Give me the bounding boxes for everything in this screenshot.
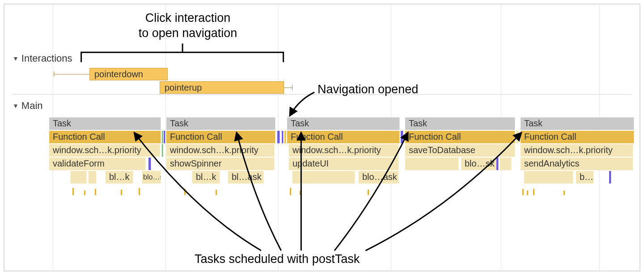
function-call-bar: Function Call <box>166 131 275 143</box>
flame-bar: validateForm <box>49 158 146 170</box>
task-bar: Task <box>49 117 161 130</box>
interaction-pointerdown: pointerdown <box>89 68 168 80</box>
function-call-bar: Function Call <box>521 131 634 143</box>
interaction-whisker-cap <box>292 85 292 90</box>
flame-bar <box>71 171 87 183</box>
flame-sliver <box>284 131 286 143</box>
flame-bar: saveToDatabase <box>405 144 515 157</box>
tick-row <box>521 184 634 195</box>
flame-bar: sendAnalytics <box>521 158 633 170</box>
flame-bar: b… <box>576 171 594 183</box>
function-call-bar: Function Call <box>49 131 161 143</box>
flame-bar: window.sch…k.priority <box>166 144 275 157</box>
task-bar: Task <box>287 117 400 130</box>
interaction-whisker <box>284 88 292 88</box>
tick-row <box>49 184 161 195</box>
flame-sliver <box>277 131 280 143</box>
function-call-bar: Function Call <box>405 131 515 143</box>
flame-bar: bl…ask <box>228 171 264 183</box>
main-label: Main <box>21 100 43 111</box>
tick-row <box>405 184 515 195</box>
tick-row <box>287 184 400 195</box>
interaction-whisker-cap <box>54 71 54 77</box>
annotation-text: Click interaction to open navigation <box>121 11 255 41</box>
tick-row <box>166 184 275 195</box>
annotation-nav-opened: Navigation opened <box>318 83 418 96</box>
diagram-frame: ▼Interactions ▼Main pointerdown pointeru… <box>4 4 640 271</box>
task-bar: Task <box>521 117 634 130</box>
flame-sliver <box>164 131 165 143</box>
annotation-bottom: Tasks scheduled with postTask <box>195 252 360 266</box>
flame-sliver <box>609 171 611 183</box>
task-bar: Task <box>166 117 275 130</box>
flame-bar: blo…sk <box>461 158 497 170</box>
gridline <box>165 4 166 271</box>
flame-bar: window.sch…k.priority <box>289 144 399 157</box>
interactions-label: Interactions <box>21 53 72 64</box>
flame-sliver <box>516 131 519 143</box>
flame-sliver <box>496 158 499 170</box>
interaction-pointerup: pointerup <box>160 81 284 94</box>
flame-bar: updateUI <box>289 158 399 170</box>
flame-bar: blo…sk <box>142 171 161 183</box>
collapse-icon[interactable]: ▼ <box>13 55 19 62</box>
flame-bar: bl…k <box>106 171 133 183</box>
flame-bar <box>292 171 355 183</box>
flame-sliver <box>162 144 163 157</box>
flame-bar <box>89 171 97 183</box>
flame-bar: window.sch…k.priority <box>521 144 633 157</box>
interaction-label: pointerdown <box>94 69 143 79</box>
annotation-top: Click interaction to open navigation <box>121 11 255 41</box>
task-bar: Task <box>405 117 515 130</box>
flame-sliver <box>148 158 151 170</box>
flame-bar: showSpinner <box>166 158 275 170</box>
main-track-header[interactable]: ▼Main <box>13 100 43 112</box>
interaction-whisker <box>54 74 89 75</box>
flame-bar: bl…k <box>192 171 220 183</box>
flame-bar <box>405 158 459 170</box>
flame-bar <box>500 158 512 170</box>
flame-sliver <box>401 131 403 143</box>
flame-bar <box>524 171 573 183</box>
flame-sliver <box>282 131 284 143</box>
flame-bar: blo…ask <box>359 171 399 183</box>
collapse-icon[interactable]: ▼ <box>13 102 19 109</box>
flame-sliver <box>162 131 163 143</box>
interaction-label: pointerup <box>165 83 202 92</box>
interactions-track-header[interactable]: ▼Interactions <box>13 53 72 64</box>
flame-bar: window.sch…k.priority <box>49 144 160 157</box>
function-call-bar: Function Call <box>287 131 400 143</box>
